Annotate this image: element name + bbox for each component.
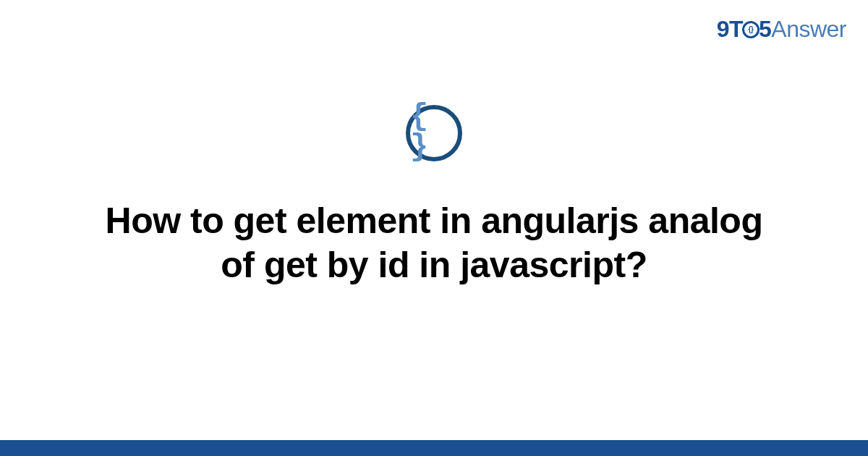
logo-part-9t: 9T: [717, 16, 743, 42]
logo-o-braces-icon: {}: [742, 21, 760, 38]
logo-part-o: {}: [743, 16, 759, 43]
code-braces-icon: { }: [410, 101, 458, 162]
category-icon-circle: { }: [406, 105, 462, 161]
site-logo: 9T{}5Answer: [717, 16, 846, 43]
logo-part-5: 5: [759, 16, 771, 42]
logo-part-answer: Answer: [771, 16, 846, 42]
main-content: { } How to get element in angularjs anal…: [0, 105, 868, 287]
question-title: How to get element in angularjs analog o…: [87, 199, 781, 287]
footer-bar: [0, 440, 868, 456]
